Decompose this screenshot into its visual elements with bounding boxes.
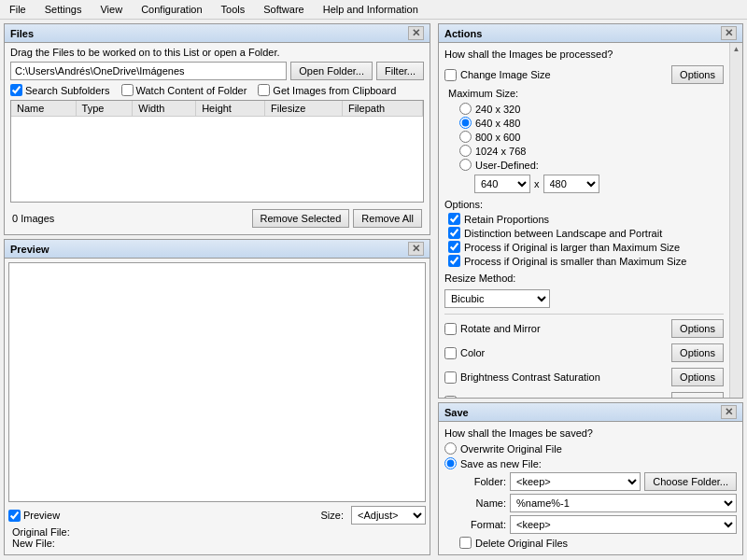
radio-1024x768[interactable]: 1024 x 768 [459, 145, 724, 157]
rotate-mirror-label: Rotate and Mirror [460, 323, 541, 334]
save-panel: Save ✕ How shall the Images be saved? Ov… [438, 402, 743, 555]
actions-panel-close[interactable]: ✕ [721, 26, 737, 40]
preview-panel-title: Preview [10, 244, 49, 255]
rotate-mirror-check[interactable] [444, 323, 457, 335]
actions-panel-header: Actions ✕ [439, 24, 742, 43]
images-count: 0 Images [12, 213, 54, 224]
path-input[interactable] [10, 62, 287, 80]
actions-scrollbar[interactable]: ▲ ▼ [729, 43, 742, 399]
files-panel: Files ✕ Drag the Files to be worked on t… [4, 23, 430, 235]
actions-panel-title: Actions [444, 28, 482, 39]
color-check[interactable] [444, 347, 457, 359]
brightness-label: Brightness Contrast Saturation [460, 371, 600, 383]
color-options-button[interactable]: Options [671, 343, 724, 362]
scroll-up-arrow[interactable]: ▲ [731, 43, 742, 55]
rotate-mirror-options-button[interactable]: Options [671, 319, 724, 338]
files-panel-close[interactable]: ✕ [408, 26, 424, 40]
filter-button[interactable]: Filter... [376, 62, 424, 80]
folder-label: Folder: [459, 476, 506, 487]
preview-panel-header: Preview ✕ [5, 240, 430, 259]
save-new-radio[interactable]: Save as new File: [444, 457, 737, 469]
save-panel-title: Save [444, 407, 469, 418]
process-smaller-check[interactable]: Process if Original is smaller than Maxi… [448, 255, 724, 267]
user-height-select[interactable]: 480 [543, 175, 599, 193]
menu-file[interactable]: File [4, 2, 32, 17]
folder-select[interactable]: <keep> [510, 472, 641, 491]
format-select[interactable]: <keep> JPEG PNG BMP [510, 515, 737, 534]
col-filesize: Filesize [265, 101, 343, 117]
col-type: Type [76, 101, 133, 117]
size-1024x768-label: 1024 x 768 [475, 146, 526, 157]
col-width: Width [133, 101, 196, 117]
menubar: File Settings View Configuration Tools S… [0, 0, 747, 20]
blur-label: Blur [460, 396, 479, 399]
save-new-label: Save as new File: [460, 458, 542, 469]
size-240x320-label: 240 x 320 [475, 104, 520, 115]
radio-user-defined[interactable]: User-Defined: [459, 159, 724, 171]
get-images-check[interactable]: Get Images from Clipboard [258, 84, 396, 96]
radio-240x320[interactable]: 240 x 320 [459, 103, 724, 115]
col-height: Height [196, 101, 265, 117]
delete-original-label: Delete Original Files [475, 538, 568, 549]
blur-options-button[interactable]: Options [671, 392, 724, 399]
preview-check[interactable]: Preview [8, 510, 60, 522]
col-filepath: Filepath [342, 101, 422, 117]
watch-content-check[interactable]: Watch Content of Folder [121, 84, 247, 96]
delete-original-check[interactable]: Delete Original Files [459, 537, 737, 549]
process-smaller-label: Process if Original is smaller than Maxi… [464, 256, 686, 267]
files-description: Drag the Files to be worked on to this L… [10, 47, 424, 58]
overwrite-radio[interactable]: Overwrite Original File [444, 442, 737, 455]
remove-selected-button[interactable]: Remove Selected [252, 209, 350, 228]
name-select[interactable]: %name%-1 [510, 494, 737, 512]
search-subfolders-label: Search Subfolders [25, 85, 110, 96]
menu-tools[interactable]: Tools [216, 2, 251, 17]
radio-747x560[interactable]: 747 x 560 [459, 131, 724, 143]
size-user-defined-label: User-Defined: [475, 160, 539, 171]
open-folder-button[interactable]: Open Folder... [290, 62, 373, 80]
actions-panel: Actions ✕ How shall the Images be proces… [438, 23, 743, 399]
radio-640x480[interactable]: 640 x 480 [459, 117, 724, 129]
new-file-label: New File: [12, 538, 422, 549]
preview-panel-close[interactable]: ✕ [408, 242, 424, 256]
files-panel-header: Files ✕ [5, 24, 430, 43]
size-640x480-label: 640 x 480 [475, 118, 520, 129]
retain-proportions-check[interactable]: Retain Proportions [448, 213, 724, 225]
choose-folder-button[interactable]: Choose Folder... [644, 472, 737, 491]
size-radio-group: 240 x 320 640 x 480 747 x 560 [459, 103, 724, 171]
files-panel-title: Files [10, 28, 34, 39]
overwrite-label: Overwrite Original File [460, 443, 562, 455]
save-panel-close[interactable]: ✕ [721, 405, 737, 419]
original-file-label: Original File: [12, 526, 422, 538]
blur-check[interactable] [444, 396, 457, 399]
distinction-check[interactable]: Distinction between Landscape and Portra… [448, 227, 724, 239]
color-label: Color [460, 347, 485, 358]
size-label: Size: [321, 510, 344, 521]
name-label: Name: [459, 497, 506, 509]
size-select[interactable]: <Adjust> 100% 50% 25% [351, 506, 426, 525]
brightness-check[interactable] [444, 371, 457, 384]
distinction-label: Distinction between Landscape and Portra… [464, 228, 662, 239]
col-name: Name [11, 101, 76, 117]
format-label: Format: [459, 519, 506, 530]
menu-help[interactable]: Help and Information [317, 2, 424, 17]
menu-view[interactable]: View [94, 2, 128, 17]
watch-content-label: Watch Content of Folder [136, 85, 247, 96]
menu-configuration[interactable]: Configuration [135, 2, 207, 17]
change-image-size-label: Change Image Size [460, 69, 551, 80]
preview-check-label: Preview [23, 510, 60, 521]
menu-software[interactable]: Software [258, 2, 309, 17]
max-size-label: Maximum Size: [448, 88, 724, 99]
menu-settings[interactable]: Settings [39, 2, 88, 17]
resize-method-select[interactable]: Bicubic Bilinear Nearest Neighbor [444, 289, 550, 308]
brightness-options-button[interactable]: Options [671, 368, 724, 386]
process-larger-check[interactable]: Process if Original is larger than Maxim… [448, 241, 724, 253]
remove-all-button[interactable]: Remove All [353, 209, 422, 228]
actions-question: How shall the Images be processed? [444, 49, 724, 60]
change-image-size-options-button[interactable]: Options [671, 65, 724, 84]
change-image-size-check[interactable] [444, 69, 457, 81]
process-larger-label: Process if Original is larger than Maxim… [464, 242, 680, 253]
preview-panel: Preview ✕ Preview Size: <Adjust> 100% 50… [4, 239, 430, 555]
user-width-select[interactable]: 640 [474, 175, 530, 193]
search-subfolders-check[interactable]: Search Subfolders [10, 84, 110, 96]
get-images-label: Get Images from Clipboard [273, 85, 396, 96]
